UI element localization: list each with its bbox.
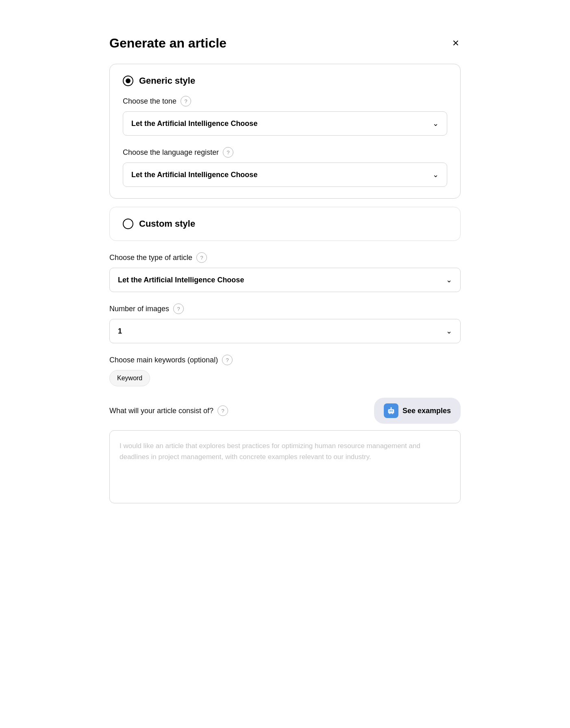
article-consists-section: What will your article consist of? ? Se xyxy=(109,398,461,503)
tone-dropdown-chevron-icon: ⌄ xyxy=(433,119,439,128)
language-dropdown-chevron-icon: ⌄ xyxy=(433,170,439,179)
svg-rect-1 xyxy=(389,410,391,412)
tone-field-label: Choose the tone ? xyxy=(123,96,447,106)
num-images-help-icon[interactable]: ? xyxy=(173,303,184,314)
article-consists-textarea[interactable]: I would like an article that explores be… xyxy=(109,430,461,503)
article-type-dropdown-value: Let the Artificial Intelligence Choose xyxy=(118,276,244,284)
robot-svg xyxy=(387,406,396,415)
article-type-dropdown[interactable]: Let the Artificial Intelligence Choose ⌄ xyxy=(109,268,461,292)
language-field-label: Choose the language register ? xyxy=(123,147,447,158)
article-consists-header: What will your article consist of? ? Se xyxy=(109,398,461,424)
close-button[interactable]: × xyxy=(451,36,461,50)
num-images-field-label: Number of images ? xyxy=(109,303,461,314)
article-consists-label-container: What will your article consist of? ? xyxy=(109,405,228,416)
language-dropdown-value: Let the Artificial Intelligence Choose xyxy=(131,171,257,179)
num-images-dropdown-value: 1 xyxy=(118,327,122,336)
num-images-section: Number of images ? 1 ⌄ xyxy=(109,303,461,343)
robot-icon xyxy=(384,403,398,418)
language-dropdown[interactable]: Let the Artificial Intelligence Choose ⌄ xyxy=(123,162,447,187)
generic-style-radio-label[interactable]: Generic style xyxy=(123,76,447,86)
article-consists-label-text: What will your article consist of? xyxy=(109,407,213,415)
language-help-icon[interactable]: ? xyxy=(223,147,233,158)
tone-dropdown-value: Let the Artificial Intelligence Choose xyxy=(131,119,257,128)
article-type-help-icon[interactable]: ? xyxy=(196,252,207,263)
see-examples-button[interactable]: See examples xyxy=(374,398,461,424)
keywords-section: Choose main keywords (optional) ? Keywor… xyxy=(109,355,461,386)
svg-rect-6 xyxy=(392,413,393,414)
keywords-help-icon[interactable]: ? xyxy=(222,355,233,365)
tone-label-text: Choose the tone xyxy=(123,97,176,106)
num-images-chevron-icon: ⌄ xyxy=(446,327,452,336)
custom-style-radio[interactable] xyxy=(123,219,133,229)
language-section: Choose the language register ? Let the A… xyxy=(123,147,447,187)
article-type-section: Choose the type of article ? Let the Art… xyxy=(109,252,461,292)
tone-dropdown[interactable]: Let the Artificial Intelligence Choose ⌄ xyxy=(123,111,447,136)
see-examples-label: See examples xyxy=(402,407,451,415)
generic-style-card: Generic style Choose the tone ? Let the … xyxy=(109,64,461,199)
article-type-label-text: Choose the type of article xyxy=(109,254,192,262)
keyword-tag[interactable]: Keyword xyxy=(109,370,150,386)
keywords-field-label: Choose main keywords (optional) ? xyxy=(109,355,461,365)
num-images-dropdown[interactable]: 1 ⌄ xyxy=(109,319,461,343)
article-type-field-label: Choose the type of article ? xyxy=(109,252,461,263)
keyword-tag-text: Keyword xyxy=(117,375,142,382)
num-images-label-text: Number of images xyxy=(109,305,169,313)
svg-rect-0 xyxy=(388,409,394,413)
keywords-label-text: Choose main keywords (optional) xyxy=(109,356,218,364)
custom-style-label: Custom style xyxy=(139,219,195,229)
article-type-chevron-icon: ⌄ xyxy=(446,275,452,284)
custom-style-radio-label[interactable]: Custom style xyxy=(123,219,447,229)
svg-rect-5 xyxy=(389,413,390,414)
svg-rect-2 xyxy=(392,410,393,412)
generic-style-radio[interactable] xyxy=(123,76,133,86)
svg-point-4 xyxy=(391,407,392,408)
custom-style-card: Custom style xyxy=(109,207,461,241)
language-label-text: Choose the language register xyxy=(123,148,219,157)
modal-title: Generate an article xyxy=(109,36,226,51)
modal: Generate an article × Generic style Choo… xyxy=(90,16,480,523)
article-consists-placeholder: I would like an article that explores be… xyxy=(120,440,450,462)
tone-help-icon[interactable]: ? xyxy=(181,96,191,106)
generic-style-label: Generic style xyxy=(139,76,195,86)
tone-section: Choose the tone ? Let the Artificial Int… xyxy=(123,96,447,136)
article-consists-help-icon[interactable]: ? xyxy=(218,405,228,416)
modal-header: Generate an article × xyxy=(109,36,461,51)
